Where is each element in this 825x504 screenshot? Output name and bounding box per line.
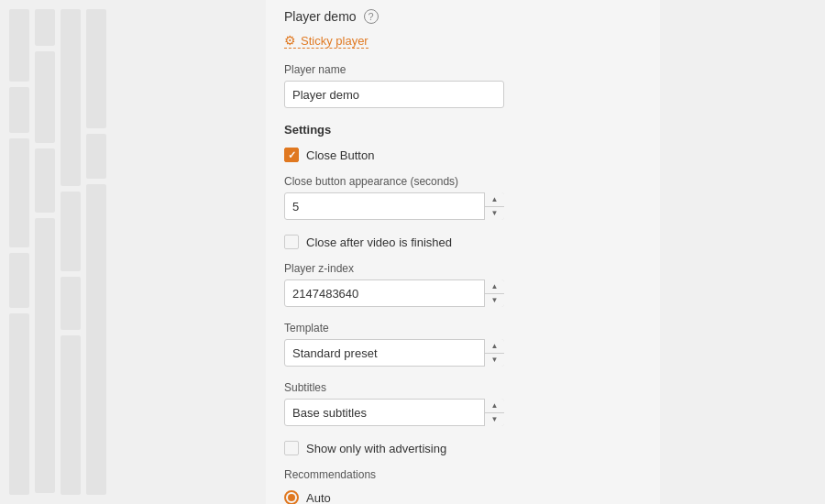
z-index-input[interactable] [284,279,504,307]
z-index-group: Player z-index ▲ ▼ [284,262,642,307]
advertising-label: Show only with advertising [306,442,446,455]
radio-auto-label: Auto [306,491,331,505]
template-label: Template [284,322,642,334]
close-appearance-down-btn[interactable]: ▼ [485,207,504,221]
close-after-video-checkbox[interactable] [284,235,299,249]
radio-auto-row: Auto [284,490,642,504]
close-button-label: Close Button [306,148,374,162]
close-button-checkbox[interactable] [284,148,299,162]
subtitles-group: Subtitles Base subtitles None ▲ ▼ [284,381,642,426]
sticky-player-link[interactable]: ⚙ Sticky player [284,33,368,49]
recommendations-label: Recommendations [284,468,642,481]
main-content: Player demo ? ⚙ Sticky player Player nam… [266,0,660,504]
subtitles-select[interactable]: Base subtitles None [284,399,504,426]
close-after-video-row: Close after video is finished [284,235,642,249]
radio-auto[interactable] [284,490,299,504]
close-appearance-up-btn[interactable]: ▲ [485,192,504,207]
player-name-input[interactable] [284,81,504,108]
z-index-spinner: ▲ ▼ [484,279,504,307]
advertising-row: Show only with advertising [284,441,642,455]
z-index-label: Player z-index [284,262,642,275]
template-select[interactable]: Standard preset Custom [284,339,504,367]
help-icon[interactable]: ? [364,9,379,24]
close-appearance-label: Close button appearance (seconds) [284,175,642,188]
close-appearance-spinner: ▲ ▼ [484,192,504,220]
right-panel [660,0,825,504]
sticky-player-label: Sticky player [301,34,368,48]
z-index-up-btn[interactable]: ▲ [485,279,504,294]
recommendations-group: Recommendations Auto Specify sources [284,468,642,504]
player-name-group: Player name [284,63,642,108]
close-appearance-group: Close button appearance (seconds) ▲ ▼ [284,175,642,220]
subtitles-label: Subtitles [284,381,642,394]
advertising-checkbox[interactable] [284,441,299,455]
left-sidebar [0,0,266,504]
close-button-row: Close Button [284,148,642,162]
gear-icon: ⚙ [284,33,296,48]
page-header: Player demo ? [284,9,642,24]
page-title: Player demo [284,9,357,24]
template-group: Template Standard preset Custom ▲ ▼ [284,322,642,367]
settings-label: Settings [284,123,642,137]
close-after-video-label: Close after video is finished [306,236,452,249]
close-appearance-input[interactable] [284,192,504,220]
template-select-wrap: Standard preset Custom ▲ ▼ [284,339,504,367]
player-name-label: Player name [284,63,642,76]
subtitles-select-wrap: Base subtitles None ▲ ▼ [284,399,504,426]
z-index-input-wrap: ▲ ▼ [284,279,504,307]
close-appearance-input-wrap: ▲ ▼ [284,192,504,220]
z-index-down-btn[interactable]: ▼ [485,294,504,308]
